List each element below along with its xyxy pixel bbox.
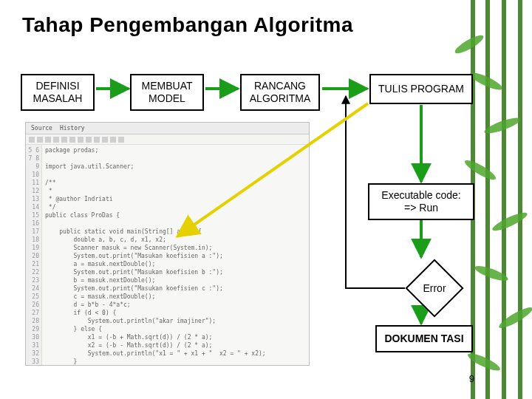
svg-point-8 — [491, 210, 529, 234]
svg-point-10 — [497, 304, 532, 331]
code-screenshot: Source History 5 6 7 8 9 10 11 12 13 14 … — [25, 122, 310, 366]
decision-error-label: Error — [414, 267, 455, 309]
page-title: Tahap Pengembangan Algoritma — [22, 13, 353, 37]
svg-point-6 — [483, 115, 522, 136]
box-membuat-model: MEMBUATMODEL — [130, 74, 204, 111]
code-body: package prodas; import java.util.Scanner… — [42, 145, 309, 365]
page-number: 9 — [469, 373, 474, 384]
box-definisi-masalah: DEFINISIMASALAH — [21, 74, 95, 111]
box-dokumentasi: DOKUMEN TASI — [375, 325, 473, 352]
box-rancang-algoritma: RANCANGALGORITMA — [240, 74, 320, 111]
svg-point-4 — [453, 33, 485, 56]
tab-source: Source — [29, 125, 55, 132]
svg-point-7 — [463, 157, 498, 183]
decision-error: Error — [414, 267, 455, 309]
box-tulis-program: TULIS PROGRAM — [369, 74, 473, 104]
code-toolbar — [26, 134, 309, 145]
box-executable-run: Executable code:=> Run — [368, 183, 474, 220]
svg-point-9 — [473, 263, 509, 284]
svg-point-5 — [468, 69, 505, 92]
tab-history: History — [58, 125, 87, 132]
code-gutter: 5 6 7 8 9 10 11 12 13 14 15 16 17 18 19 … — [26, 145, 42, 365]
svg-point-11 — [466, 350, 502, 373]
